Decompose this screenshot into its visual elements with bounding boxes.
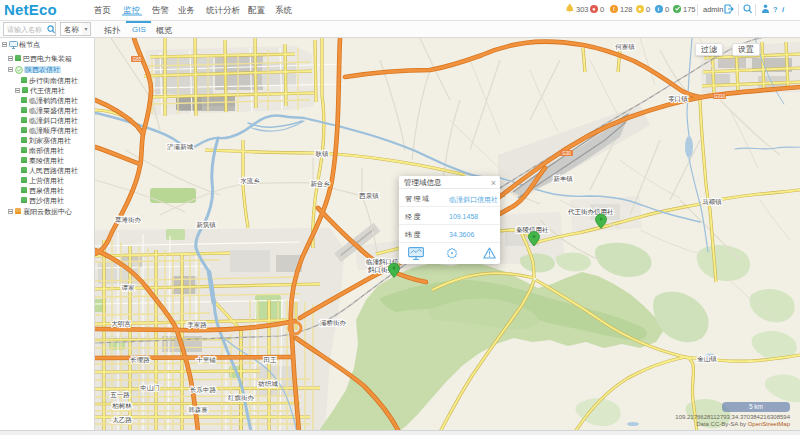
svg-text:长乐中路: 长乐中路 bbox=[190, 386, 217, 394]
svg-text:G310: G310 bbox=[714, 94, 726, 99]
svg-text:西泉镇: 西泉镇 bbox=[358, 192, 379, 199]
svg-text:新合乡: 新合乡 bbox=[310, 180, 330, 188]
svg-text:G30: G30 bbox=[562, 151, 571, 156]
svg-text:G65: G65 bbox=[133, 57, 142, 62]
svg-text:纺织城: 纺织城 bbox=[258, 380, 278, 388]
svg-text:马额镇: 马额镇 bbox=[702, 198, 722, 205]
svg-text:李家路: 李家路 bbox=[187, 321, 207, 329]
svg-text:柏树林: 柏树林 bbox=[111, 402, 132, 410]
svg-text:零口镇: 零口镇 bbox=[668, 95, 688, 103]
svg-text:太乙路: 太乙路 bbox=[112, 416, 132, 424]
svg-text:十里铺: 十里铺 bbox=[196, 356, 216, 363]
svg-text:浐灞新城: 浐灞新城 bbox=[167, 143, 194, 151]
svg-text:灞桥街办: 灞桥街办 bbox=[320, 319, 347, 327]
svg-text:谭家: 谭家 bbox=[122, 284, 136, 291]
svg-text:长缨路: 长缨路 bbox=[130, 356, 150, 364]
svg-text:中山门: 中山门 bbox=[140, 384, 160, 391]
svg-text:何寨镇: 何寨镇 bbox=[615, 43, 635, 50]
svg-text:草滩街办: 草滩街办 bbox=[115, 216, 142, 224]
svg-text:水流乡: 水流乡 bbox=[240, 177, 260, 185]
svg-text:金山镇: 金山镇 bbox=[697, 355, 717, 362]
svg-text:红旗街办: 红旗街办 bbox=[228, 394, 255, 402]
svg-text:新筑镇: 新筑镇 bbox=[196, 221, 216, 229]
svg-text:耿镇: 耿镇 bbox=[316, 150, 330, 157]
svg-text:田王: 田王 bbox=[264, 356, 278, 364]
svg-text:新丰镇: 新丰镇 bbox=[553, 175, 573, 182]
svg-text:代王街办信用社: 代王街办信用社 bbox=[567, 208, 614, 216]
svg-text:五一路: 五一路 bbox=[110, 391, 130, 399]
svg-text:韩森寨: 韩森寨 bbox=[188, 406, 208, 413]
svg-text:大明宫: 大明宫 bbox=[111, 320, 131, 328]
